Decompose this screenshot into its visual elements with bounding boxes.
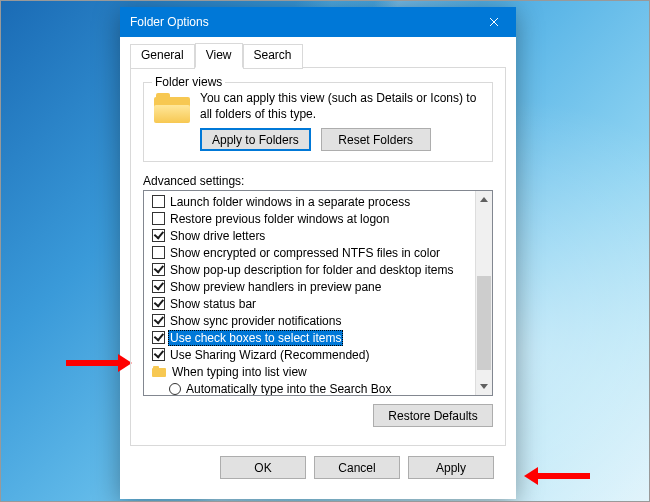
folder-views-legend: Folder views — [152, 75, 225, 89]
folder-options-dialog: Folder Options General View Search Folde… — [120, 7, 516, 499]
list-item[interactable]: Show sync provider notifications — [152, 312, 471, 329]
reset-folders-button[interactable]: Reset Folders — [321, 128, 431, 151]
list-item-label: Show drive letters — [169, 229, 266, 243]
folder-views-text: You can apply this view (such as Details… — [200, 91, 482, 122]
list-item-label: Launch folder windows in a separate proc… — [169, 195, 411, 209]
folder-icon — [154, 93, 190, 123]
list-item[interactable]: When typing into list view — [152, 363, 471, 380]
list-item-label: Show status bar — [169, 297, 257, 311]
list-item[interactable]: Restore previous folder windows at logon — [152, 210, 471, 227]
checkbox-icon[interactable] — [152, 331, 165, 344]
tabstrip: General View Search — [130, 43, 506, 68]
list-item[interactable]: Use check boxes to select items — [152, 329, 471, 346]
list-item-label: Show encrypted or compressed NTFS files … — [169, 246, 441, 260]
list-item[interactable]: Show drive letters — [152, 227, 471, 244]
list-item-label: Show preview handlers in preview pane — [169, 280, 382, 294]
checkbox-icon[interactable] — [152, 246, 165, 259]
list-item-label: Use Sharing Wizard (Recommended) — [169, 348, 370, 362]
radio-icon[interactable] — [169, 383, 181, 395]
list-item[interactable]: Show encrypted or compressed NTFS files … — [152, 244, 471, 261]
list-item-label: Automatically type into the Search Box — [185, 382, 392, 396]
list-item[interactable]: Show status bar — [152, 295, 471, 312]
checkbox-icon[interactable] — [152, 195, 165, 208]
checkbox-icon[interactable] — [152, 314, 165, 327]
restore-defaults-button[interactable]: Restore Defaults — [373, 404, 493, 427]
checkbox-icon[interactable] — [152, 348, 165, 361]
tab-search[interactable]: Search — [243, 44, 303, 69]
list-item-label: Use check boxes to select items — [168, 330, 343, 346]
folder-icon — [152, 366, 166, 377]
checkbox-icon[interactable] — [152, 229, 165, 242]
apply-to-folders-button[interactable]: Apply to Folders — [200, 128, 311, 151]
scrollbar[interactable] — [475, 191, 492, 395]
list-item-label: Show pop-up description for folder and d… — [169, 263, 455, 277]
list-item[interactable]: Show preview handlers in preview pane — [152, 278, 471, 295]
checkbox-icon[interactable] — [152, 212, 165, 225]
advanced-settings-list: Launch folder windows in a separate proc… — [143, 190, 493, 396]
scroll-up-button[interactable] — [476, 191, 492, 208]
list-item-label: Show sync provider notifications — [169, 314, 342, 328]
checkbox-icon[interactable] — [152, 280, 165, 293]
tab-panel-view: Folder views You can apply this view (su… — [130, 67, 506, 446]
scroll-down-button[interactable] — [476, 378, 492, 395]
checkbox-icon[interactable] — [152, 263, 165, 276]
advanced-settings-label: Advanced settings: — [143, 174, 493, 188]
list-item-label: Restore previous folder windows at logon — [169, 212, 390, 226]
scroll-thumb[interactable] — [477, 276, 491, 370]
list-item[interactable]: Use Sharing Wizard (Recommended) — [152, 346, 471, 363]
list-item[interactable]: Automatically type into the Search Box — [152, 380, 471, 395]
tab-general[interactable]: General — [130, 44, 195, 69]
checkbox-icon[interactable] — [152, 297, 165, 310]
list-item-label: When typing into list view — [171, 365, 308, 379]
list-item[interactable]: Show pop-up description for folder and d… — [152, 261, 471, 278]
scroll-track[interactable] — [476, 208, 492, 378]
list-item[interactable]: Launch folder windows in a separate proc… — [152, 193, 471, 210]
tab-view[interactable]: View — [195, 43, 243, 68]
folder-views-group: Folder views You can apply this view (su… — [143, 82, 493, 162]
